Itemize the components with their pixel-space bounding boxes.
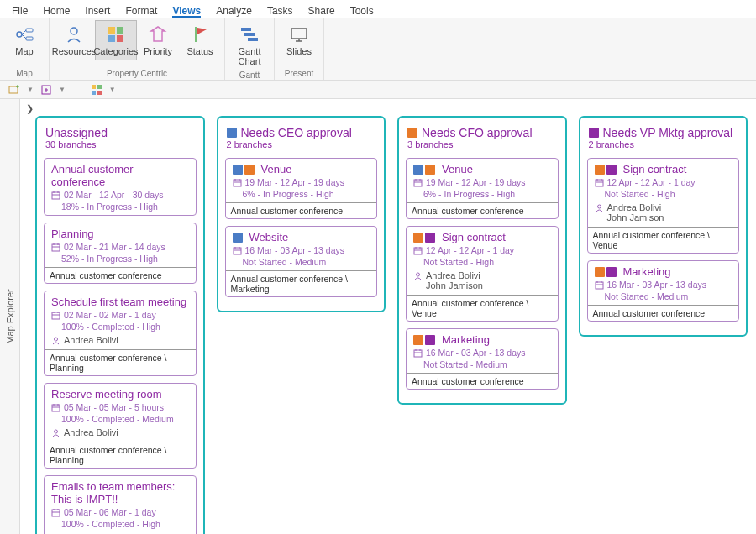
card-status-line: Not Started - High <box>413 257 551 267</box>
menu-views[interactable]: Views <box>172 3 201 18</box>
lane-header[interactable]: Needs VP Mktg approval <box>585 124 742 139</box>
card[interactable]: Schedule first team meeting02 Mar - 02 M… <box>44 291 197 376</box>
card[interactable]: Venue19 Mar - 12 Apr - 19 days6% - In Pr… <box>225 158 378 219</box>
card-title: Annual customer conference <box>51 163 189 188</box>
category-chip-orange <box>425 165 435 175</box>
svg-rect-7 <box>117 27 123 34</box>
resources-icon <box>64 24 84 44</box>
menu-analyze[interactable]: Analyze <box>216 3 252 18</box>
card[interactable]: Planning02 Mar - 21 Mar - 14 days52% - I… <box>44 222 197 284</box>
calendar-icon <box>595 280 604 290</box>
card-date-line: 02 Mar - 02 Mar - 1 day <box>51 310 189 320</box>
menu-home[interactable]: Home <box>43 3 70 18</box>
card-date-line: 19 Mar - 12 Apr - 19 days <box>413 177 551 187</box>
card[interactable]: Emails to team members: This is IMPT!!05… <box>44 475 197 534</box>
calendar-icon <box>51 403 60 412</box>
card[interactable]: Marketing16 Mar - 03 Apr - 13 daysNot St… <box>406 328 559 390</box>
person-icon <box>595 203 604 212</box>
menu-insert[interactable]: Insert <box>85 3 110 18</box>
card-status-line: 18% - In Progress - High <box>51 202 189 212</box>
svg-rect-27 <box>52 192 60 199</box>
ribbon-priority-button[interactable]: Priority <box>137 20 179 60</box>
expand-icon[interactable] <box>39 82 54 97</box>
category-chip-orange <box>595 165 605 175</box>
card-date-line: 05 Mar - 06 Mar - 1 day <box>51 507 189 517</box>
lane-header[interactable]: Unassigned <box>42 124 198 139</box>
card-date-line: 02 Mar - 21 Mar - 14 days <box>51 242 189 252</box>
svg-rect-31 <box>52 244 60 251</box>
ribbon-categories-button[interactable]: Categories <box>95 20 137 60</box>
menu-tools[interactable]: Tools <box>350 3 374 18</box>
svg-line-3 <box>22 30 26 34</box>
card-title: Reserve meeting room <box>51 388 189 400</box>
card-title: Marketing <box>595 265 732 278</box>
category-chip-purple <box>425 335 435 345</box>
card[interactable]: Marketing16 Mar - 03 Apr - 13 daysNot St… <box>587 260 740 322</box>
card-breadcrumb: Annual customer conference <box>45 267 196 283</box>
svg-point-66 <box>417 273 420 276</box>
workspace: Map Explorer ❯ Unassigned30 branchesAnnu… <box>0 99 756 534</box>
ribbon-gantt-button[interactable]: GanttChart <box>228 20 270 71</box>
card[interactable]: Sign contract12 Apr - 12 Apr - 1 dayNot … <box>406 226 559 322</box>
card[interactable]: Website16 Mar - 03 Apr - 13 daysNot Star… <box>225 226 378 297</box>
lane-header[interactable]: Needs CFO approval <box>404 124 560 139</box>
svg-rect-8 <box>108 35 115 42</box>
categories-quick-icon[interactable] <box>89 82 104 97</box>
lane-title: Unassigned <box>45 126 108 139</box>
svg-rect-54 <box>234 248 241 254</box>
dropdown-caret-icon[interactable]: ▼ <box>27 86 34 93</box>
ribbon-slides-button[interactable]: Slides <box>278 20 320 60</box>
card[interactable]: Reserve meeting room05 Mar - 05 Mar - 5 … <box>44 383 197 469</box>
svg-line-4 <box>22 34 26 39</box>
dropdown-caret-icon[interactable]: ▼ <box>109 86 116 93</box>
menubar: FileHomeInsertFormatViewsAnalyzeTasksSha… <box>0 0 756 18</box>
menu-share[interactable]: Share <box>308 3 335 18</box>
dropdown-caret-icon[interactable]: ▼ <box>59 86 66 93</box>
svg-rect-76 <box>596 282 603 289</box>
expand-panel-icon[interactable]: ❯ <box>24 102 35 114</box>
card[interactable]: Sign contract12 Apr - 12 Apr - 1 dayNot … <box>587 158 740 254</box>
new-topic-icon[interactable] <box>7 82 22 97</box>
ribbon: MapMapResourcesCategoriesPriorityStatusP… <box>0 18 756 81</box>
ribbon-button-label: Status <box>186 46 213 56</box>
card-title: Schedule first team meeting <box>51 296 189 308</box>
svg-rect-50 <box>234 180 241 186</box>
category-chip-blue <box>233 165 243 175</box>
person-icon <box>51 428 60 437</box>
svg-point-39 <box>55 338 58 341</box>
ribbon-group-label: Gantt <box>239 71 260 81</box>
menu-file[interactable]: File <box>12 3 28 18</box>
menu-tasks[interactable]: Tasks <box>267 3 293 18</box>
calendar-icon <box>51 508 60 517</box>
svg-rect-17 <box>9 86 18 93</box>
priority-icon <box>148 24 168 44</box>
status-icon <box>190 24 210 44</box>
card-breadcrumb: Annual customer conference \ Venue <box>588 227 739 253</box>
ribbon-resources-button[interactable]: Resources <box>53 20 95 60</box>
card-breadcrumb: Annual customer conference <box>407 202 558 218</box>
map-explorer-rail[interactable]: Map Explorer <box>0 99 20 534</box>
calendar-icon <box>233 246 242 255</box>
menu-format[interactable]: Format <box>125 3 157 18</box>
svg-rect-6 <box>108 27 115 34</box>
ribbon-group-label: Map <box>16 69 32 80</box>
lane-header[interactable]: Needs CEO approval <box>223 124 380 139</box>
card[interactable]: Annual customer conference02 Mar - 12 Ap… <box>44 158 197 216</box>
card-breadcrumb: Annual customer conference \ Marketing <box>226 270 377 296</box>
category-chip-orange <box>595 267 605 277</box>
card-date-line: 16 Mar - 03 Apr - 13 days <box>233 245 370 255</box>
ribbon-map-button[interactable]: Map <box>3 20 45 60</box>
assignee-name: Andrea Bolivi <box>426 270 480 280</box>
category-chip-orange <box>244 165 255 175</box>
card-title: Sign contract <box>413 231 551 243</box>
card-status-line: 100% - Completed - High <box>51 322 189 332</box>
category-chip-orange <box>413 335 423 345</box>
card[interactable]: Venue19 Mar - 12 Apr - 19 days6% - In Pr… <box>406 158 559 219</box>
card-title: Website <box>233 231 370 243</box>
map-explorer-label: Map Explorer <box>5 289 15 343</box>
ribbon-status-button[interactable]: Status <box>179 20 221 60</box>
card-breadcrumb: Annual customer conference \ Planning <box>45 442 196 468</box>
card-status-line: 100% - Completed - High <box>51 519 189 529</box>
assignee-name: Andrea Bolivi <box>607 202 662 212</box>
ribbon-button-label: Slides <box>286 46 312 56</box>
